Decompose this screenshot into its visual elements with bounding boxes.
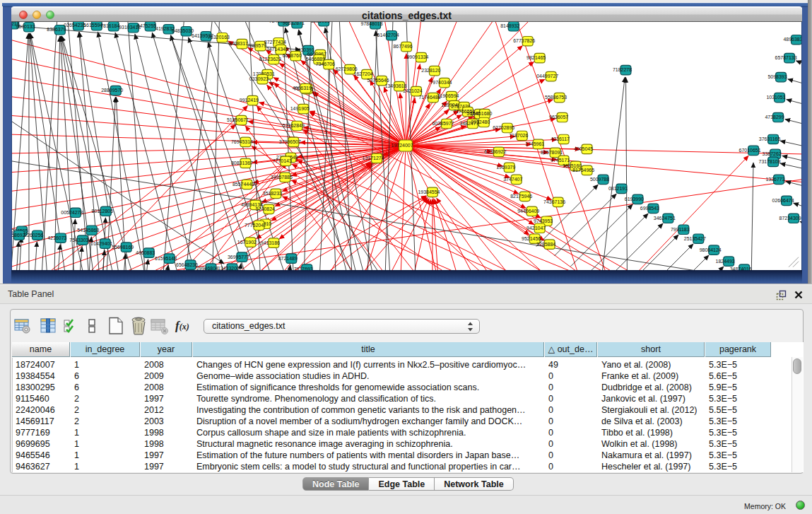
svg-text:8148932: 8148932 [500,23,519,28]
svg-text:51850671: 51850671 [227,117,249,122]
svg-text:3387262: 3387262 [763,151,782,156]
svg-text:25135427: 25135427 [684,236,706,241]
svg-text:0932480: 0932480 [471,119,490,124]
svg-text:61595148: 61595148 [155,256,177,261]
svg-text:28809570: 28809570 [101,88,123,93]
svg-text:13171274: 13171274 [363,156,384,160]
svg-text:67737826: 67737826 [513,38,535,43]
svg-text:34714345: 34714345 [266,47,288,52]
svg-text:1491905: 1491905 [290,106,310,111]
svg-text:55698169: 55698169 [112,245,134,250]
svg-text:71906594: 71906594 [437,93,459,98]
svg-text:9421047: 9421047 [526,226,546,230]
svg-text:3158692: 3158692 [11,233,25,238]
svg-text:9743953: 9743953 [534,218,553,223]
svg-text:64835030: 64835030 [172,28,194,33]
svg-text:94406409: 94406409 [517,209,539,214]
svg-text:65787133: 65787133 [775,55,797,60]
svg-text:99091334: 99091334 [406,54,428,59]
svg-text:7770143: 7770143 [273,158,292,163]
svg-text:76945314: 76945314 [231,139,253,144]
svg-text:80112805: 80112805 [92,209,114,214]
svg-text:1226916: 1226916 [311,22,330,23]
svg-text:53755646: 53755646 [367,78,389,83]
svg-text:4738299: 4738299 [765,115,784,119]
svg-text:9821465: 9821465 [526,55,546,60]
svg-text:1326773: 1326773 [765,177,784,182]
svg-text:7346706: 7346706 [316,62,335,66]
svg-text:82175946: 82175946 [510,194,532,199]
svg-text:9636057: 9636057 [549,115,568,119]
svg-text:62702895: 62702895 [493,125,514,130]
svg-text:04499727: 04499727 [536,74,558,78]
svg-text:2328120: 2328120 [421,68,440,73]
svg-text:97848018: 97848018 [361,22,383,26]
svg-text:80831367: 80831367 [231,160,253,165]
svg-text:3747407: 3747407 [503,177,522,182]
svg-text:19384554: 19384554 [418,189,440,194]
svg-text:2260256: 2260256 [24,233,43,238]
svg-text:5009788: 5009788 [590,177,609,182]
svg-text:77752047: 77752047 [245,223,266,228]
svg-text:37631165: 37631165 [759,136,781,141]
svg-text:8386379: 8386379 [47,27,66,32]
svg-text:6658760: 6658760 [283,53,302,58]
svg-text:79740344: 79740344 [430,80,452,85]
svg-text:0812191: 0812191 [608,186,628,191]
svg-text:13493618: 13493618 [385,83,407,88]
svg-text:81223623: 81223623 [259,57,281,62]
svg-text:62729806: 62729806 [336,66,358,71]
svg-text:51462704: 51462704 [377,33,399,37]
svg-text:1969379: 1969379 [496,165,515,170]
svg-text:1671902: 1671902 [237,240,257,245]
svg-text:81754965: 81754965 [572,168,594,173]
svg-text:15451680: 15451680 [470,111,492,116]
svg-text:4005045: 4005045 [574,146,593,151]
svg-text:9600133: 9600133 [16,24,35,29]
svg-text:60385977: 60385977 [432,121,454,126]
svg-text:5240824: 5240824 [256,206,275,211]
svg-text:4316117: 4316117 [551,136,570,141]
svg-text:8721489: 8721489 [278,256,298,261]
svg-text:7816184: 7816184 [100,23,119,28]
svg-text:02654235: 02654235 [64,23,86,28]
svg-text:6475255: 6475255 [137,23,156,28]
svg-text:4060883: 4060883 [136,250,155,255]
svg-text:7187026: 7187026 [509,133,528,138]
svg-text:5098393: 5098393 [767,74,787,79]
svg-text:1031051: 1031051 [766,95,785,100]
svg-text:87277434: 87277434 [264,40,286,45]
svg-text:67010651: 67010651 [739,148,761,153]
svg-text:4966319: 4966319 [293,86,312,90]
svg-text:6998543: 6998543 [640,206,659,211]
svg-text:98084124: 98084124 [700,247,722,252]
svg-text:5466889: 5466889 [306,57,325,62]
svg-text:36995777: 36995777 [228,255,249,259]
svg-text:87234309: 87234309 [779,216,801,221]
svg-text:02606474: 02606474 [772,198,794,203]
svg-text:7991183: 7991183 [671,227,690,232]
svg-text:9413186: 9413186 [261,240,280,245]
svg-text:0330923: 0330923 [249,76,269,81]
svg-text:65648236: 65648236 [176,262,198,267]
svg-text:34624751: 34624751 [654,216,676,221]
svg-text:57262849: 57262849 [283,123,305,128]
svg-text:54145868: 54145868 [77,228,99,233]
svg-text:3285884: 3285884 [536,242,555,247]
svg-text:85574443: 85574443 [233,182,254,187]
svg-text:62386922: 62386922 [484,149,506,154]
svg-text:4896383: 4896383 [783,37,802,42]
svg-text:73178108: 73178108 [759,159,781,164]
svg-text:34957885: 34957885 [271,175,293,180]
svg-text:3518233: 3518233 [263,191,282,196]
svg-text:4745171: 4745171 [551,158,570,163]
svg-text:9521456: 9521456 [522,236,541,241]
svg-text:01429401: 01429401 [90,241,112,246]
svg-text:00524278: 00524278 [61,210,83,215]
svg-text:8708317: 8708317 [229,41,248,46]
svg-text:2421024: 2421024 [403,88,422,93]
svg-text:7543303: 7543303 [69,238,88,243]
svg-text:1627204: 1627204 [354,71,373,76]
svg-text:55886753: 55886753 [545,95,567,100]
svg-text:74367136: 74367136 [543,199,565,204]
